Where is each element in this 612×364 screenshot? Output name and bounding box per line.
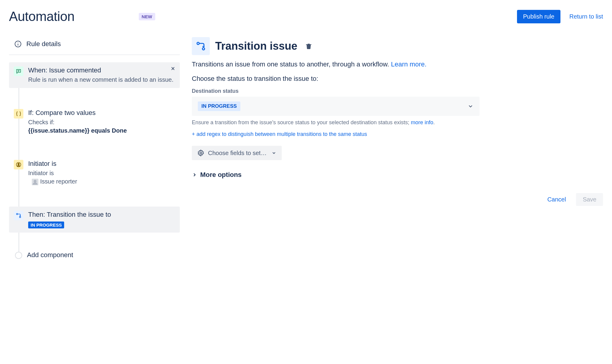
chain-step-body: Initiator is Initiator is Issue reporter (28, 160, 175, 186)
user-circle-icon (14, 160, 23, 169)
avatar-placeholder-icon (32, 179, 38, 185)
chain-step-body: Then: Transition the issue to IN PROGRES… (28, 211, 175, 228)
main-desc-text: Transitions an issue from one status to … (192, 60, 391, 68)
empty-node-icon (15, 252, 22, 259)
chain-step-desc-bold: {{issue.status.name}} equals Done (28, 126, 175, 135)
trash-icon[interactable] (305, 43, 312, 50)
gear-icon (197, 149, 204, 157)
chevron-right-icon (192, 172, 197, 178)
choose-fields-dropdown[interactable]: Choose fields to set… (192, 146, 282, 160)
braces-icon (14, 109, 23, 119)
chain-step-then[interactable]: Then: Transition the issue to IN PROGRES… (9, 207, 180, 233)
info-icon (14, 40, 22, 48)
destination-status-select[interactable]: IN PROGRESS (192, 97, 480, 116)
save-button[interactable]: Save (576, 193, 603, 206)
transition-icon (192, 37, 210, 55)
rule-chain: When: Issue commented Rule is run when a… (9, 62, 180, 261)
cancel-button[interactable]: Cancel (542, 193, 571, 206)
svg-point-13 (200, 152, 202, 154)
chevron-down-icon (272, 151, 276, 155)
chain-step-if[interactable]: If: Compare two values Checks if: {{issu… (9, 105, 180, 139)
destination-status-label: Destination status (192, 88, 603, 94)
learn-more-link[interactable]: Learn more. (391, 60, 426, 68)
page-header: Automation NEW Publish rule Return to li… (9, 9, 603, 24)
main-header: Transition issue (192, 37, 603, 55)
svg-point-11 (197, 42, 199, 45)
chain-step-desc-prefix: Initiator is (28, 169, 175, 177)
add-regex-link[interactable]: + add regex to distinguish between multi… (192, 131, 603, 137)
destination-status-value: IN PROGRESS (198, 101, 240, 111)
chain-step-desc: Rule is run when a new comment is added … (28, 75, 175, 84)
status-lozenge: IN PROGRESS (28, 222, 64, 228)
more-options-label: More options (200, 171, 242, 179)
main-panel: Transition issue Transitions an issue fr… (192, 37, 603, 261)
page-title: Automation (9, 9, 75, 24)
publish-rule-button[interactable]: Publish rule (517, 10, 560, 23)
rule-sidebar: Rule details When: Issue commented Rule … (9, 37, 180, 261)
choose-status-label: Choose the status to transition the issu… (192, 75, 603, 83)
header-right: Publish rule Return to list (517, 10, 603, 23)
chain-step-desc-value: Issue reporter (32, 177, 175, 186)
chain-step-title: If: Compare two values (28, 109, 175, 117)
chain-step-title: When: Issue commented (28, 66, 175, 74)
svg-point-2 (18, 43, 18, 43)
destination-helper-text: Ensure a transition from the issue's sou… (192, 119, 480, 126)
helper-text-prefix: Ensure a transition from the issue's sou… (192, 119, 411, 125)
more-options-toggle[interactable]: More options (192, 171, 603, 179)
add-component-label: Add component (27, 251, 73, 259)
initiator-value: Issue reporter (40, 178, 77, 185)
main-title: Transition issue (215, 40, 297, 52)
chain-step-title: Initiator is (28, 160, 175, 168)
return-to-list-link[interactable]: Return to list (569, 13, 603, 20)
new-badge: NEW (139, 13, 155, 20)
content: Rule details When: Issue commented Rule … (9, 37, 603, 261)
svg-point-10 (19, 216, 21, 218)
more-info-link[interactable]: more info (411, 119, 433, 125)
chain-step-body: If: Compare two values Checks if: {{issu… (28, 109, 175, 135)
svg-point-12 (202, 48, 205, 50)
svg-point-9 (16, 213, 18, 215)
chain-step-initiator[interactable]: Initiator is Initiator is Issue reporter (9, 156, 180, 190)
transition-icon (14, 211, 23, 220)
main-description: Transitions an issue from one status to … (192, 60, 603, 68)
header-left: Automation NEW (9, 9, 155, 24)
chain-step-when[interactable]: When: Issue commented Rule is run when a… (9, 62, 180, 88)
rule-details-label: Rule details (26, 40, 61, 48)
choose-fields-label: Choose fields to set… (208, 150, 267, 157)
chain-step-desc-prefix: Checks if: (28, 118, 175, 126)
chain-step-body: When: Issue commented Rule is run when a… (28, 66, 175, 84)
form-actions: Cancel Save (192, 193, 603, 206)
comment-icon (14, 66, 23, 76)
chain-step-title: Then: Transition the issue to (28, 211, 175, 219)
helper-text-period: . (433, 119, 435, 125)
add-component-row[interactable]: Add component (9, 249, 180, 261)
chevron-down-icon (468, 103, 474, 109)
svg-point-8 (18, 163, 19, 165)
close-icon[interactable] (170, 66, 176, 71)
rule-details-row[interactable]: Rule details (9, 37, 180, 55)
